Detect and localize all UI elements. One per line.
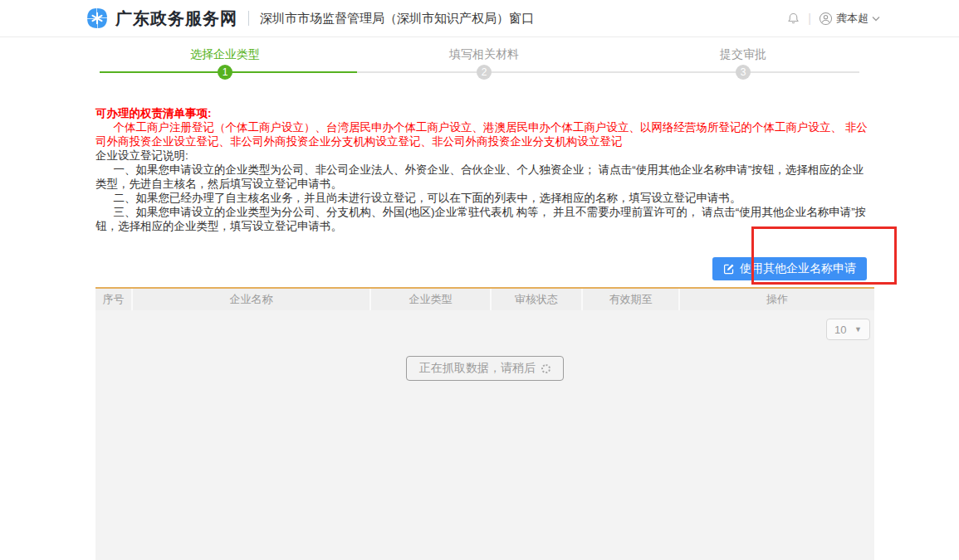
edit-pencil-icon	[723, 263, 735, 275]
topbar-divider	[248, 11, 249, 26]
action-button-row: 使用其他企业名称申请	[95, 257, 874, 280]
instruction-item-1: 一、如果您申请设立的企业类型为公司、非公司企业法人、外资企业、合伙企业、个人独资…	[95, 163, 874, 191]
pinwheel-logo-icon	[86, 7, 109, 30]
instructions-heading: 企业设立登记说明:	[95, 149, 874, 163]
page: { "colors": { "accent_blue": "#3D90F5", …	[0, 0, 959, 560]
main-content: 选择企业类型 填写相关材料 提交审批 1 2 3 可办理的权责清单事项: 个体工…	[95, 45, 874, 560]
avatar-icon	[819, 12, 833, 26]
site-logo[interactable]: 广东政务服务网	[86, 7, 237, 30]
notification-bell-icon[interactable]	[786, 12, 800, 26]
col-header-review-status: 审核状态	[490, 289, 581, 310]
instruction-item-3: 三、如果您申请设立的企业类型为分公司、分支机构、外国(地区)企业常驻代表机 构等…	[95, 205, 874, 233]
page-size-value: 10	[834, 324, 846, 336]
user-menu[interactable]: 龚本超	[819, 11, 880, 26]
spinner-icon	[541, 364, 550, 373]
window-title: 深圳市市场监督管理局（深圳市知识产权局）窗口	[260, 11, 534, 27]
user-name: 龚本超	[836, 11, 868, 26]
step-3-label: 提交审批	[614, 45, 873, 62]
step-1-label: 选择企业类型	[95, 45, 355, 62]
notice-body: 个体工商户注册登记（个体工商户设立）、台湾居民申办个体工商户设立、港澳居民申办个…	[95, 120, 874, 149]
company-table: 序号 企业名称 企业类型 审核状态 有效期至 操作 10 ▼ 正在抓取数据，请稍…	[95, 287, 874, 560]
col-header-valid-until: 有效期至	[581, 289, 678, 310]
use-other-company-name-button[interactable]: 使用其他企业名称申请	[712, 257, 867, 280]
step-2-label: 填写相关材料	[355, 45, 614, 62]
step-2-dot: 2	[477, 65, 492, 80]
step-3-dot: 3	[736, 65, 751, 80]
site-logo-text: 广东政务服务网	[115, 7, 237, 30]
table-body: 10 ▼ 正在抓取数据，请稍后	[95, 310, 874, 560]
use-other-company-name-label: 使用其他企业名称申请	[740, 261, 856, 276]
col-header-company-type: 企业类型	[369, 289, 490, 310]
col-header-actions: 操作	[678, 289, 874, 310]
loading-indicator: 正在抓取数据，请稍后	[406, 356, 564, 381]
caret-down-icon: ▼	[854, 325, 862, 334]
col-header-index: 序号	[95, 289, 131, 310]
step-1-dot: 1	[218, 65, 232, 80]
topbar-right: | 龚本超	[786, 11, 880, 26]
page-size-select[interactable]: 10 ▼	[826, 319, 870, 340]
loading-text: 正在抓取数据，请稍后	[419, 361, 536, 376]
notice-block: 可办理的权责清单事项: 个体工商户注册登记（个体工商户设立）、台湾居民申办个体工…	[95, 106, 874, 233]
notice-title: 可办理的权责清单事项:	[95, 106, 874, 120]
chevron-down-icon	[872, 16, 880, 22]
topbar: 广东政务服务网 深圳市市场监督管理局（深圳市知识产权局）窗口 | 龚本超	[0, 0, 959, 37]
step-wizard: 选择企业类型 填写相关材料 提交审批 1 2 3	[95, 45, 874, 83]
col-header-company-name: 企业名称	[131, 289, 369, 310]
instruction-item-2: 二、如果您已经办理了自主核名业务，并且尚未进行设立登记，可以在下面的列表中，选择…	[95, 191, 874, 205]
topbar-separator: |	[808, 12, 811, 25]
table-header-row: 序号 企业名称 企业类型 审核状态 有效期至 操作	[95, 287, 874, 310]
